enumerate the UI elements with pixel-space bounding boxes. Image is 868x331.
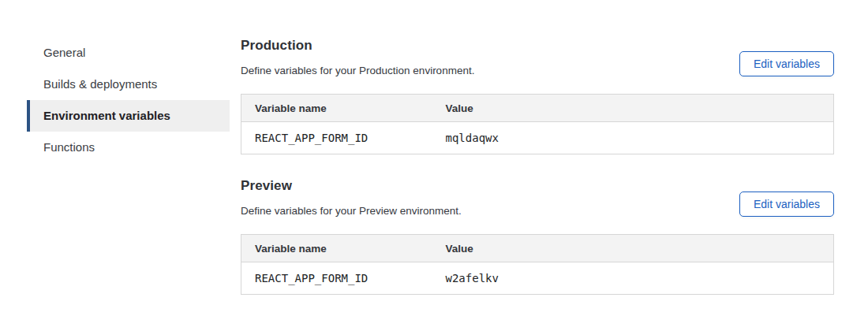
sidebar-item-general[interactable]: General	[27, 37, 230, 69]
settings-sidebar: General Builds & deployments Environment…	[27, 37, 230, 163]
production-section: Production Define variables for your Pro…	[241, 38, 834, 154]
value-header: Value	[432, 235, 834, 262]
table-row: REACT_APP_FORM_ID mqldaqwx	[241, 122, 834, 154]
table-row: REACT_APP_FORM_ID w2afelkv	[241, 262, 834, 295]
sidebar-item-builds-deployments[interactable]: Builds & deployments	[27, 69, 230, 100]
variable-value-cell: w2afelkv	[432, 262, 834, 295]
preview-variables-table: Variable name Value REACT_APP_FORM_ID w2…	[241, 234, 834, 295]
value-header: Value	[432, 95, 834, 122]
production-variables-table: Variable name Value REACT_APP_FORM_ID mq…	[241, 94, 834, 154]
preview-section: Preview Define variables for your Previe…	[241, 178, 834, 295]
table-header-row: Variable name Value	[241, 235, 834, 262]
variable-name-cell: REACT_APP_FORM_ID	[241, 262, 432, 295]
variable-value-cell: mqldaqwx	[432, 122, 834, 154]
table-header-row: Variable name Value	[241, 95, 834, 122]
preview-edit-variables-button[interactable]: Edit variables	[739, 192, 834, 217]
variable-name-header: Variable name	[241, 95, 432, 122]
variable-name-cell: REACT_APP_FORM_ID	[241, 122, 432, 154]
sidebar-item-environment-variables[interactable]: Environment variables	[27, 100, 230, 132]
settings-page: General Builds & deployments Environment…	[0, 0, 868, 331]
sidebar-item-functions[interactable]: Functions	[27, 132, 230, 163]
production-edit-variables-button[interactable]: Edit variables	[739, 51, 834, 76]
variable-name-header: Variable name	[241, 235, 432, 262]
